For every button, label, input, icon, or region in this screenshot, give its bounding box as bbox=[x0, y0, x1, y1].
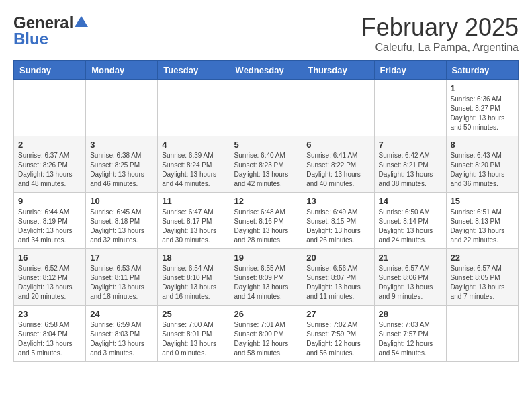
day-number: 23 bbox=[18, 309, 81, 319]
day-info: Sunrise: 7:03 AM Sunset: 7:57 PM Dayligh… bbox=[379, 320, 442, 358]
header-wednesday: Wednesday bbox=[230, 61, 302, 80]
table-row: 28Sunrise: 7:03 AM Sunset: 7:57 PM Dayli… bbox=[374, 306, 446, 362]
header-thursday: Thursday bbox=[302, 61, 374, 80]
day-info: Sunrise: 6:58 AM Sunset: 8:04 PM Dayligh… bbox=[18, 320, 81, 358]
calendar-header-row: Sunday Monday Tuesday Wednesday Thursday… bbox=[14, 61, 519, 80]
week-row-3: 9Sunrise: 6:44 AM Sunset: 8:19 PM Daylig… bbox=[14, 193, 519, 249]
day-info: Sunrise: 6:37 AM Sunset: 8:26 PM Dayligh… bbox=[18, 151, 81, 189]
svg-marker-0 bbox=[75, 16, 88, 27]
table-row: 20Sunrise: 6:56 AM Sunset: 8:07 PM Dayli… bbox=[302, 249, 374, 306]
day-number: 10 bbox=[90, 196, 153, 206]
day-number: 19 bbox=[234, 253, 298, 263]
day-info: Sunrise: 6:43 AM Sunset: 8:20 PM Dayligh… bbox=[451, 151, 514, 189]
day-info: Sunrise: 6:59 AM Sunset: 8:03 PM Dayligh… bbox=[90, 320, 153, 358]
day-number: 28 bbox=[379, 309, 442, 319]
table-row bbox=[374, 80, 446, 136]
day-number: 3 bbox=[90, 140, 153, 150]
header-sunday: Sunday bbox=[14, 61, 86, 80]
table-row: 27Sunrise: 7:02 AM Sunset: 7:59 PM Dayli… bbox=[302, 306, 374, 362]
header-saturday: Saturday bbox=[446, 61, 518, 80]
table-row: 19Sunrise: 6:55 AM Sunset: 8:09 PM Dayli… bbox=[230, 249, 302, 306]
day-info: Sunrise: 6:57 AM Sunset: 8:06 PM Dayligh… bbox=[379, 264, 442, 302]
day-number: 9 bbox=[18, 196, 81, 206]
day-number: 17 bbox=[90, 253, 153, 263]
day-info: Sunrise: 6:55 AM Sunset: 8:09 PM Dayligh… bbox=[234, 264, 298, 302]
table-row: 8Sunrise: 6:43 AM Sunset: 8:20 PM Daylig… bbox=[446, 136, 518, 193]
week-row-5: 23Sunrise: 6:58 AM Sunset: 8:04 PM Dayli… bbox=[14, 306, 519, 362]
day-number: 8 bbox=[451, 140, 514, 150]
table-row: 23Sunrise: 6:58 AM Sunset: 8:04 PM Dayli… bbox=[14, 306, 86, 362]
day-number: 14 bbox=[379, 196, 442, 206]
day-number: 25 bbox=[162, 309, 225, 319]
table-row: 16Sunrise: 6:52 AM Sunset: 8:12 PM Dayli… bbox=[14, 249, 86, 306]
table-row: 21Sunrise: 6:57 AM Sunset: 8:06 PM Dayli… bbox=[374, 249, 446, 306]
day-info: Sunrise: 6:36 AM Sunset: 8:27 PM Dayligh… bbox=[451, 95, 514, 132]
day-number: 18 bbox=[162, 253, 225, 263]
day-info: Sunrise: 6:47 AM Sunset: 8:17 PM Dayligh… bbox=[162, 208, 225, 245]
day-number: 7 bbox=[379, 140, 442, 150]
table-row: 6Sunrise: 6:41 AM Sunset: 8:22 PM Daylig… bbox=[302, 136, 374, 193]
week-row-4: 16Sunrise: 6:52 AM Sunset: 8:12 PM Dayli… bbox=[14, 249, 519, 306]
table-row: 4Sunrise: 6:39 AM Sunset: 8:24 PM Daylig… bbox=[158, 136, 230, 193]
table-row: 1Sunrise: 6:36 AM Sunset: 8:27 PM Daylig… bbox=[446, 80, 518, 136]
day-info: Sunrise: 6:57 AM Sunset: 8:05 PM Dayligh… bbox=[451, 264, 514, 302]
table-row: 17Sunrise: 6:53 AM Sunset: 8:11 PM Dayli… bbox=[86, 249, 158, 306]
table-row: 14Sunrise: 6:50 AM Sunset: 8:14 PM Dayli… bbox=[374, 193, 446, 249]
day-number: 5 bbox=[234, 140, 298, 150]
table-row: 10Sunrise: 6:45 AM Sunset: 8:18 PM Dayli… bbox=[86, 193, 158, 249]
table-row: 22Sunrise: 6:57 AM Sunset: 8:05 PM Dayli… bbox=[446, 249, 518, 306]
day-info: Sunrise: 6:54 AM Sunset: 8:10 PM Dayligh… bbox=[162, 264, 225, 302]
day-number: 15 bbox=[451, 196, 514, 206]
day-number: 13 bbox=[306, 196, 369, 206]
table-row: 3Sunrise: 6:38 AM Sunset: 8:25 PM Daylig… bbox=[86, 136, 158, 193]
table-row: 18Sunrise: 6:54 AM Sunset: 8:10 PM Dayli… bbox=[158, 249, 230, 306]
table-row bbox=[446, 306, 518, 362]
day-info: Sunrise: 7:00 AM Sunset: 8:01 PM Dayligh… bbox=[162, 320, 225, 358]
table-row: 2Sunrise: 6:37 AM Sunset: 8:26 PM Daylig… bbox=[14, 136, 86, 193]
day-info: Sunrise: 6:51 AM Sunset: 8:13 PM Dayligh… bbox=[451, 208, 514, 245]
table-row: 7Sunrise: 6:42 AM Sunset: 8:21 PM Daylig… bbox=[374, 136, 446, 193]
day-number: 11 bbox=[162, 196, 225, 206]
day-info: Sunrise: 6:48 AM Sunset: 8:16 PM Dayligh… bbox=[234, 208, 298, 245]
header-tuesday: Tuesday bbox=[158, 61, 230, 80]
table-row bbox=[86, 80, 158, 136]
day-info: Sunrise: 6:53 AM Sunset: 8:11 PM Dayligh… bbox=[90, 264, 153, 302]
page-header: General Blue February 2025 Caleufu, La P… bbox=[13, 13, 519, 54]
day-info: Sunrise: 6:52 AM Sunset: 8:12 PM Dayligh… bbox=[18, 264, 81, 302]
table-row: 5Sunrise: 6:40 AM Sunset: 8:23 PM Daylig… bbox=[230, 136, 302, 193]
calendar-table: Sunday Monday Tuesday Wednesday Thursday… bbox=[13, 60, 519, 362]
day-info: Sunrise: 6:49 AM Sunset: 8:15 PM Dayligh… bbox=[306, 208, 369, 245]
day-number: 21 bbox=[379, 253, 442, 263]
day-info: Sunrise: 6:38 AM Sunset: 8:25 PM Dayligh… bbox=[90, 151, 153, 189]
table-row: 11Sunrise: 6:47 AM Sunset: 8:17 PM Dayli… bbox=[158, 193, 230, 249]
logo-blue: Blue bbox=[13, 30, 88, 48]
month-title: February 2025 bbox=[361, 13, 519, 42]
day-info: Sunrise: 6:50 AM Sunset: 8:14 PM Dayligh… bbox=[379, 208, 442, 245]
table-row bbox=[230, 80, 302, 136]
logo-icon bbox=[75, 15, 88, 28]
logo: General Blue bbox=[13, 13, 88, 48]
table-row bbox=[302, 80, 374, 136]
header-monday: Monday bbox=[86, 61, 158, 80]
day-info: Sunrise: 6:40 AM Sunset: 8:23 PM Dayligh… bbox=[234, 151, 298, 189]
day-info: Sunrise: 6:42 AM Sunset: 8:21 PM Dayligh… bbox=[379, 151, 442, 189]
table-row: 12Sunrise: 6:48 AM Sunset: 8:16 PM Dayli… bbox=[230, 193, 302, 249]
table-row: 24Sunrise: 6:59 AM Sunset: 8:03 PM Dayli… bbox=[86, 306, 158, 362]
day-number: 12 bbox=[234, 196, 298, 206]
day-number: 22 bbox=[451, 253, 514, 263]
day-number: 1 bbox=[451, 83, 514, 93]
table-row: 15Sunrise: 6:51 AM Sunset: 8:13 PM Dayli… bbox=[446, 193, 518, 249]
day-info: Sunrise: 6:45 AM Sunset: 8:18 PM Dayligh… bbox=[90, 208, 153, 245]
table-row: 13Sunrise: 6:49 AM Sunset: 8:15 PM Dayli… bbox=[302, 193, 374, 249]
day-info: Sunrise: 6:39 AM Sunset: 8:24 PM Dayligh… bbox=[162, 151, 225, 189]
day-info: Sunrise: 7:01 AM Sunset: 8:00 PM Dayligh… bbox=[234, 320, 298, 358]
table-row bbox=[14, 80, 86, 136]
day-info: Sunrise: 6:41 AM Sunset: 8:22 PM Dayligh… bbox=[306, 151, 369, 189]
day-number: 27 bbox=[306, 309, 369, 319]
week-row-2: 2Sunrise: 6:37 AM Sunset: 8:26 PM Daylig… bbox=[14, 136, 519, 193]
day-number: 26 bbox=[234, 309, 298, 319]
table-row: 26Sunrise: 7:01 AM Sunset: 8:00 PM Dayli… bbox=[230, 306, 302, 362]
day-number: 16 bbox=[18, 253, 81, 263]
day-info: Sunrise: 6:56 AM Sunset: 8:07 PM Dayligh… bbox=[306, 264, 369, 302]
day-info: Sunrise: 7:02 AM Sunset: 7:59 PM Dayligh… bbox=[306, 320, 369, 358]
